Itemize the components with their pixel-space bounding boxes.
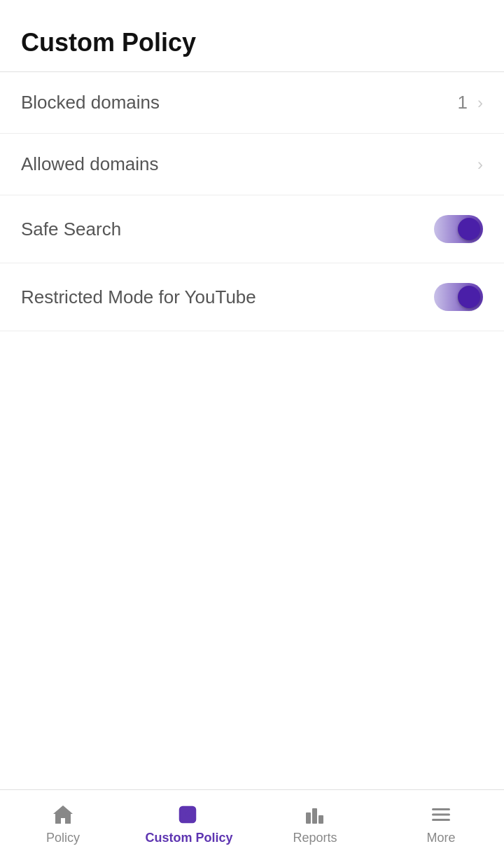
- allowed-domains-label: Allowed domains: [21, 153, 159, 175]
- nav-reports-label: Reports: [293, 831, 337, 845]
- allowed-domains-right: ›: [477, 155, 483, 174]
- allowed-domains-chevron-icon: ›: [477, 155, 483, 174]
- page-container: Custom Policy Blocked domains 1 › Allowe…: [0, 0, 504, 858]
- blocked-domains-left: Blocked domains: [21, 92, 160, 113]
- restricted-mode-youtube-toggle[interactable]: [434, 283, 483, 311]
- nav-item-reports[interactable]: Reports: [252, 790, 378, 858]
- svg-rect-4: [312, 808, 317, 824]
- home-icon: [51, 803, 75, 826]
- svg-rect-7: [432, 814, 450, 816]
- allowed-domains-left: Allowed domains: [21, 153, 159, 175]
- nav-custom-policy-label: Custom Policy: [145, 831, 232, 845]
- blocked-domains-right: 1 ›: [458, 92, 483, 113]
- safe-search-label: Safe Search: [21, 219, 121, 240]
- bar-chart-icon: [303, 803, 327, 826]
- nav-item-custom-policy[interactable]: Custom Policy: [126, 790, 252, 858]
- page-title: Custom Policy: [21, 28, 483, 57]
- blocked-domains-chevron-icon: ›: [477, 93, 483, 113]
- safe-search-toggle[interactable]: [434, 215, 483, 243]
- header: Custom Policy: [0, 0, 504, 72]
- nav-policy-label: Policy: [46, 831, 80, 845]
- safe-search-item: Safe Search: [0, 195, 504, 263]
- blocked-domains-value: 1: [458, 92, 468, 113]
- menu-icon: [429, 803, 453, 826]
- restricted-mode-youtube-toggle-thumb: [458, 286, 480, 308]
- svg-rect-8: [432, 819, 450, 821]
- safe-search-toggle-thumb: [458, 218, 480, 240]
- settings-list: Blocked domains 1 › Allowed domains › Sa…: [0, 72, 504, 789]
- svg-rect-3: [306, 812, 311, 824]
- nav-item-policy[interactable]: Policy: [0, 790, 126, 858]
- allowed-domains-item[interactable]: Allowed domains ›: [0, 134, 504, 195]
- svg-rect-6: [432, 808, 450, 810]
- edit-icon: [177, 803, 201, 826]
- blocked-domains-label: Blocked domains: [21, 92, 160, 113]
- nav-more-label: More: [426, 831, 455, 845]
- bottom-nav: Policy Custom Policy Reports: [0, 789, 504, 858]
- svg-rect-5: [318, 815, 323, 824]
- blocked-domains-item[interactable]: Blocked domains 1 ›: [0, 72, 504, 134]
- nav-item-more[interactable]: More: [378, 790, 504, 858]
- restricted-mode-youtube-item: Restricted Mode for YouTube: [0, 263, 504, 331]
- restricted-mode-youtube-label: Restricted Mode for YouTube: [21, 286, 256, 308]
